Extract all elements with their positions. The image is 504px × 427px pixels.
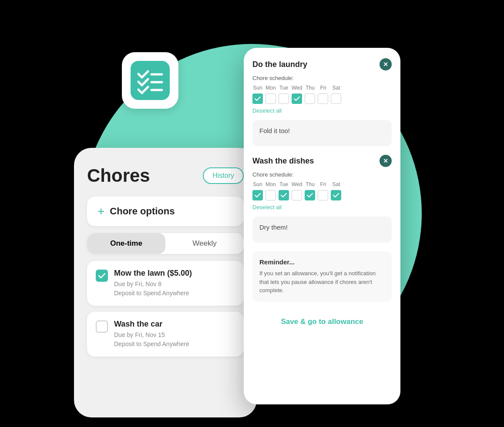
- dishes-header: Wash the dishes ✕: [252, 155, 392, 167]
- chore-info-car: Wash the car Due by Fri, Nov 15 Deposit …: [114, 320, 189, 349]
- day-cb-fri-2[interactable]: [318, 190, 328, 200]
- save-button[interactable]: Save & go to allowance: [252, 310, 392, 333]
- day-label-thu-1: Thu: [306, 85, 315, 91]
- chores-header: Chores History: [87, 165, 244, 186]
- laundry-days-row: Sun Mon Tue: [252, 85, 392, 104]
- day-label-sat-2: Sat: [332, 181, 340, 187]
- dishes-schedule-label: Chore schedule:: [252, 171, 392, 178]
- day-col-sat-2: Sat: [331, 181, 341, 200]
- chore-due-mow: Due by Fri, Nov 8: [114, 280, 192, 289]
- day-col-thu-2: Thu: [305, 181, 315, 200]
- phone-left: Chores History + Chore options One-time …: [74, 148, 257, 417]
- day-cb-sat-1[interactable]: [331, 93, 341, 104]
- day-label-thu-2: Thu: [306, 181, 315, 187]
- day-col-mon-1: Mon: [265, 85, 276, 104]
- day-col-tue-1: Tue: [279, 85, 289, 104]
- reminder-section: Reminder... If you set an allowance, you…: [252, 251, 392, 302]
- day-col-sun-2: Sun: [252, 181, 263, 200]
- day-col-sat-1: Sat: [331, 85, 341, 104]
- day-label-sat-1: Sat: [332, 85, 340, 91]
- deselect-laundry-link[interactable]: Deselect all: [252, 107, 392, 114]
- day-col-wed-2: Wed: [292, 181, 302, 200]
- laundry-note[interactable]: Fold it too!: [252, 120, 392, 146]
- app-icon: [122, 52, 178, 109]
- day-cb-sun-2[interactable]: [252, 190, 263, 200]
- chore-options-card[interactable]: + Chore options: [87, 197, 244, 226]
- day-label-mon-1: Mon: [265, 85, 276, 91]
- day-label-sun-2: Sun: [253, 181, 262, 187]
- laundry-header: Do the laundry ✕: [252, 58, 392, 70]
- day-cb-thu-2[interactable]: [305, 190, 315, 200]
- check-icon: [98, 273, 105, 278]
- day-cb-wed-1[interactable]: [292, 93, 302, 104]
- day-col-tue-2: Tue: [279, 181, 289, 200]
- tab-one-time[interactable]: One-time: [87, 233, 165, 254]
- day-label-fri-1: Fri: [320, 85, 326, 91]
- panel-scroll: Do the laundry ✕ Chore schedule: Sun Mon: [244, 48, 400, 404]
- day-cb-sat-2[interactable]: [331, 190, 341, 200]
- day-cb-tue-2[interactable]: [279, 190, 289, 200]
- dishes-title: Wash the dishes: [252, 157, 314, 166]
- app-icon-inner: [131, 61, 170, 100]
- chore-options-text: Chore options: [110, 206, 175, 217]
- tab-row: One-time Weekly: [87, 233, 244, 254]
- day-label-sun-1: Sun: [253, 85, 262, 91]
- checkbox-car[interactable]: [96, 320, 108, 333]
- day-cb-tue-1[interactable]: [279, 93, 289, 104]
- day-cb-sun-1[interactable]: [252, 93, 263, 104]
- day-col-wed-1: Wed: [292, 85, 302, 104]
- chore-item-car: Wash the car Due by Fri, Nov 15 Deposit …: [87, 312, 244, 357]
- chore-item-mow: Mow the lawn ($5.00) Due by Fri, Nov 8 D…: [87, 261, 244, 306]
- plus-icon: +: [97, 205, 104, 217]
- chore-info-mow: Mow the lawn ($5.00) Due by Fri, Nov 8 D…: [114, 269, 192, 298]
- laundry-schedule-label: Chore schedule:: [252, 75, 392, 81]
- day-cb-fri-1[interactable]: [318, 93, 328, 104]
- day-label-tue-2: Tue: [279, 181, 288, 187]
- section-laundry: Do the laundry ✕ Chore schedule: Sun Mon: [252, 58, 392, 146]
- laundry-title: Do the laundry: [252, 60, 307, 69]
- chore-deposit-car: Deposit to Spend Anywhere: [114, 340, 189, 349]
- dishes-note[interactable]: Dry them!: [252, 217, 392, 243]
- reminder-text: If you set an allowance, you'll get a no…: [259, 269, 385, 295]
- chore-name-mow: Mow the lawn ($5.00): [114, 269, 192, 278]
- day-col-fri-1: Fri: [318, 85, 328, 104]
- close-dishes-button[interactable]: ✕: [380, 155, 392, 167]
- day-cb-mon-2[interactable]: [265, 190, 276, 200]
- chore-deposit-mow: Deposit to Spend Anywhere: [114, 289, 192, 298]
- checklist-icon: [135, 65, 165, 96]
- close-laundry-button[interactable]: ✕: [380, 58, 392, 70]
- checkbox-mow[interactable]: [96, 270, 108, 282]
- phone-right: Do the laundry ✕ Chore schedule: Sun Mon: [244, 48, 400, 404]
- chore-due-car: Due by Fri, Nov 15: [114, 330, 189, 340]
- day-cb-wed-2[interactable]: [292, 190, 302, 200]
- scene: Chores History + Chore options One-time …: [0, 0, 504, 427]
- tab-weekly[interactable]: Weekly: [165, 233, 244, 254]
- day-col-sun-1: Sun: [252, 85, 263, 104]
- history-button[interactable]: History: [203, 167, 244, 184]
- day-cb-thu-1[interactable]: [305, 93, 315, 104]
- day-label-mon-2: Mon: [265, 181, 276, 187]
- deselect-dishes-link[interactable]: Deselect all: [252, 204, 392, 210]
- day-label-wed-1: Wed: [292, 85, 302, 91]
- section-dishes: Wash the dishes ✕ Chore schedule: Sun Mo…: [252, 155, 392, 243]
- day-col-thu-1: Thu: [305, 85, 315, 104]
- dishes-days-row: Sun Mon Tue: [252, 181, 392, 200]
- day-label-fri-2: Fri: [320, 181, 326, 187]
- reminder-title: Reminder...: [259, 258, 385, 266]
- day-cb-mon-1[interactable]: [265, 93, 276, 104]
- chores-title: Chores: [87, 165, 150, 186]
- chore-name-car: Wash the car: [114, 320, 189, 329]
- day-col-fri-2: Fri: [318, 181, 328, 200]
- day-label-tue-1: Tue: [279, 85, 288, 91]
- day-col-mon-2: Mon: [265, 181, 276, 200]
- day-label-wed-2: Wed: [292, 181, 302, 187]
